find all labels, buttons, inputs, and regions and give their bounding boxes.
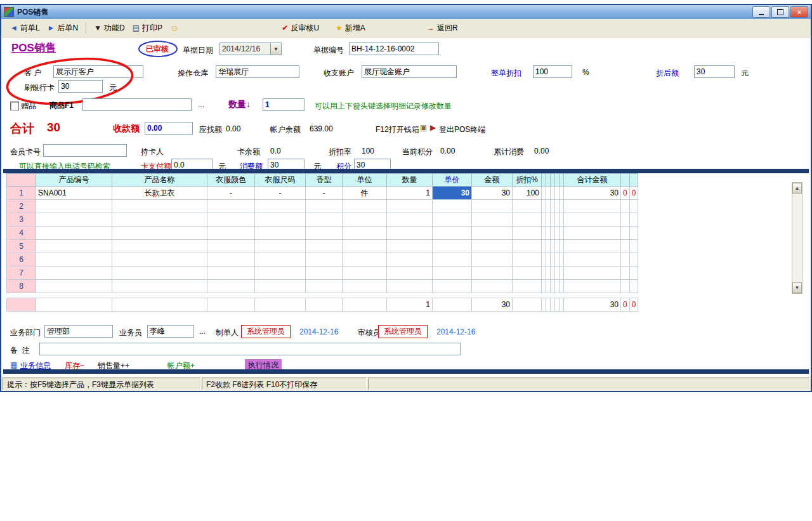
table-cell[interactable] [560, 187, 564, 200]
table-cell[interactable] [112, 267, 207, 280]
table-cell[interactable] [472, 240, 513, 253]
table-cell[interactable] [207, 200, 255, 213]
table-row[interactable]: 8 [7, 280, 638, 293]
table-cell[interactable] [112, 240, 207, 253]
dept-input[interactable] [44, 325, 113, 338]
salesman-input[interactable] [147, 325, 194, 338]
table-row[interactable]: 3 [7, 213, 638, 227]
table-cell[interactable] [560, 213, 564, 227]
doc-date-dropdown-icon[interactable]: ▼ [270, 43, 281, 55]
table-cell[interactable] [546, 227, 551, 240]
table-cell[interactable] [207, 240, 255, 253]
table-cell[interactable]: 1 [387, 187, 433, 200]
table-cell[interactable] [306, 253, 343, 267]
table-cell[interactable] [472, 213, 513, 227]
table-cell[interactable] [555, 187, 560, 200]
table-cell[interactable] [513, 253, 542, 267]
bankcard-input[interactable] [58, 80, 103, 93]
table-cell[interactable] [551, 267, 555, 280]
table-cell[interactable] [433, 280, 472, 293]
prev-doc-button[interactable]: ◄ 前单L [6, 21, 44, 36]
table-cell[interactable] [306, 280, 343, 293]
table-cell[interactable] [629, 253, 638, 267]
table-cell[interactable] [551, 187, 555, 200]
table-cell[interactable] [546, 253, 551, 267]
table-cell[interactable] [555, 253, 560, 267]
table-cell[interactable] [387, 253, 433, 267]
table-cell[interactable] [555, 240, 560, 253]
table-cell[interactable] [564, 280, 621, 293]
table-cell[interactable] [560, 227, 564, 240]
table-cell[interactable] [555, 200, 560, 213]
table-cell[interactable] [621, 267, 630, 280]
table-cell[interactable] [112, 280, 207, 293]
table-cell[interactable]: 0 [621, 187, 630, 200]
table-cell[interactable] [564, 267, 621, 280]
table-cell[interactable] [387, 227, 433, 240]
warehouse-input[interactable] [216, 65, 299, 78]
table-cell[interactable] [306, 267, 343, 280]
table-cell[interactable] [472, 200, 513, 213]
table-cell[interactable] [621, 213, 630, 227]
table-cell[interactable]: 30 [472, 187, 513, 200]
table-cell[interactable] [472, 227, 513, 240]
table-cell[interactable]: 件 [343, 187, 387, 200]
table-cell[interactable] [564, 240, 621, 253]
print-settings-button[interactable]: ☺ [166, 22, 183, 34]
table-cell[interactable] [564, 200, 621, 213]
table-cell[interactable] [621, 200, 630, 213]
table-cell[interactable] [513, 240, 542, 253]
table-cell[interactable] [36, 267, 112, 280]
table-cell[interactable] [255, 267, 306, 280]
table-cell[interactable] [207, 253, 255, 267]
table-cell[interactable] [433, 240, 472, 253]
table-cell[interactable] [255, 213, 306, 227]
product-more-button[interactable]: ... [198, 100, 204, 109]
table-cell[interactable] [542, 200, 546, 213]
table-cell[interactable]: 30 [564, 187, 621, 200]
table-cell[interactable] [433, 253, 472, 267]
minimize-button[interactable] [752, 6, 770, 18]
table-cell[interactable] [542, 280, 546, 293]
table-cell[interactable] [207, 213, 255, 227]
table-cell[interactable] [546, 267, 551, 280]
table-cell[interactable]: - [306, 187, 343, 200]
table-cell[interactable] [551, 240, 555, 253]
table-cell[interactable] [513, 213, 542, 227]
table-cell[interactable] [560, 280, 564, 293]
table-cell[interactable] [513, 227, 542, 240]
table-cell[interactable] [343, 200, 387, 213]
table-cell[interactable] [112, 213, 207, 227]
table-cell[interactable] [343, 213, 387, 227]
received-input[interactable] [145, 122, 193, 135]
table-row[interactable]: 2 [7, 200, 638, 213]
table-cell[interactable] [112, 227, 207, 240]
table-cell[interactable] [433, 227, 472, 240]
table-cell[interactable]: 100 [513, 187, 542, 200]
discounted-input[interactable] [694, 65, 735, 78]
print-button[interactable]: ▤ 打印P [129, 21, 166, 36]
table-cell[interactable] [629, 200, 638, 213]
table-cell[interactable] [387, 280, 433, 293]
table-cell[interactable] [36, 240, 112, 253]
table-cell[interactable] [387, 213, 433, 227]
table-cell[interactable]: 0 [629, 187, 638, 200]
table-cell[interactable] [112, 200, 207, 213]
table-cell[interactable] [343, 280, 387, 293]
table-cell[interactable] [560, 240, 564, 253]
scroll-down-button[interactable]: ▼ [792, 282, 802, 293]
table-cell[interactable] [36, 227, 112, 240]
table-cell[interactable] [306, 240, 343, 253]
remark-input[interactable] [39, 343, 461, 355]
table-cell[interactable] [546, 240, 551, 253]
table-cell[interactable] [629, 213, 638, 227]
gift-checkbox[interactable] [10, 102, 19, 110]
member-card-input[interactable] [43, 144, 127, 157]
function-button[interactable]: ▼ 功能D [90, 21, 129, 36]
table-cell[interactable] [551, 213, 555, 227]
table-cell[interactable]: 长款卫衣 [112, 187, 207, 200]
table-cell[interactable] [542, 267, 546, 280]
table-cell[interactable] [306, 200, 343, 213]
table-cell[interactable] [472, 253, 513, 267]
table-cell[interactable] [343, 267, 387, 280]
